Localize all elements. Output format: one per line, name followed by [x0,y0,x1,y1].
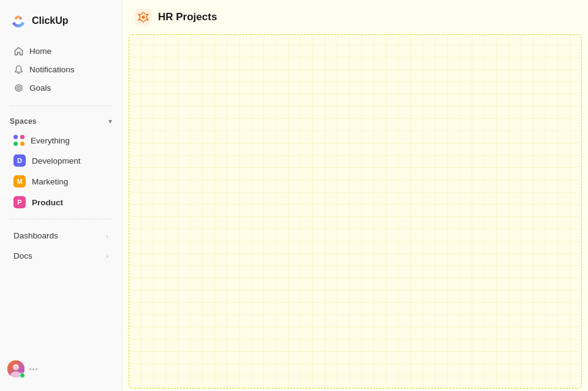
avatar-container[interactable] [7,360,24,378]
sidebar-item-home-label: Home [29,47,51,56]
sidebar-item-notifications-label: Notifications [29,65,75,74]
sidebar-divider-2 [10,219,112,219]
main-header: HR Projects [123,0,588,34]
svg-point-7 [142,16,145,19]
development-badge: D [13,154,26,167]
target-icon [13,83,23,93]
sidebar-nav: Home Notifications Goals [0,39,122,99]
sidebar-divider [10,105,112,106]
clickup-logo-icon [10,12,27,29]
logo-text: ClickUp [32,15,69,26]
dashboards-chevron-icon: › [106,232,108,240]
workspace-dot-1 [29,368,31,370]
sidebar-item-docs[interactable]: Docs › [4,246,118,266]
main-content: HR Projects [123,0,588,391]
dotted-canvas-area[interactable] [129,34,582,389]
sidebar-item-everything[interactable]: Everything [4,131,118,150]
marketing-badge: M [13,175,26,188]
page-icon [135,9,152,26]
workspace-dot-2 [32,368,34,370]
logo[interactable]: ClickUp [0,7,122,39]
bell-icon [13,64,23,74]
workspace-dots [29,368,37,370]
workspace-dot-3 [36,368,37,370]
sidebar-item-product-label: Product [32,198,63,207]
page-title: HR Projects [158,11,217,23]
spaces-chevron-icon: ▾ [108,117,112,126]
everything-dots-icon [13,135,24,146]
avatar-status-ring [20,373,25,378]
sidebar-item-goals[interactable]: Goals [4,78,118,97]
home-icon [13,46,23,56]
docs-chevron-icon: › [106,252,108,260]
svg-point-2 [18,87,19,88]
sidebar: ClickUp Home Notifications [0,0,123,391]
sidebar-item-development-label: Development [32,156,81,165]
sidebar-item-everything-label: Everything [31,136,70,145]
sidebar-item-goals-label: Goals [29,83,51,93]
sidebar-item-dashboards[interactable]: Dashboards › [4,226,118,246]
sidebar-item-notifications[interactable]: Notifications [4,60,118,78]
sidebar-item-product[interactable]: P Product [4,192,118,213]
sidebar-item-docs-label: Docs [13,251,32,260]
sidebar-item-marketing[interactable]: M Marketing [4,171,118,192]
svg-point-4 [13,364,19,370]
sidebar-item-home[interactable]: Home [4,42,118,60]
sidebar-item-development[interactable]: D Development [4,150,118,171]
sidebar-item-dashboards-label: Dashboards [13,231,58,240]
product-badge: P [13,196,26,208]
spaces-section-header[interactable]: Spaces ▾ [0,112,122,131]
sidebar-item-marketing-label: Marketing [32,177,68,186]
sidebar-bottom [0,354,122,384]
spaces-section-title: Spaces [10,117,37,126]
